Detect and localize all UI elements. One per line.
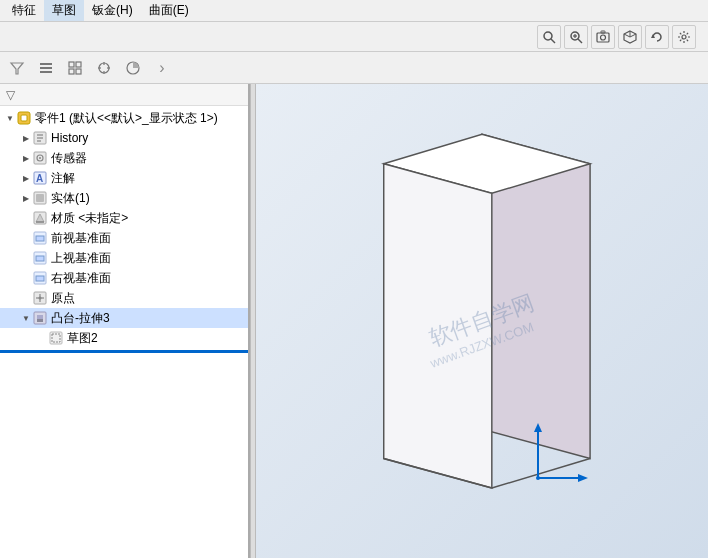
zoom-icon	[569, 30, 583, 44]
settings-toolbar-btn[interactable]	[672, 25, 696, 49]
front-plane-label: 前视基准面	[51, 230, 111, 247]
settings-icon	[677, 30, 691, 44]
list-icon	[38, 60, 54, 76]
svg-text:A: A	[36, 173, 43, 184]
tree-front-plane[interactable]: 前视基准面	[0, 228, 248, 248]
svg-point-7	[601, 35, 606, 40]
extrude-label: 凸台-拉伸3	[51, 310, 110, 327]
camera-icon	[596, 30, 610, 44]
solid-icon	[32, 190, 48, 206]
tree-top-plane[interactable]: 上视基准面	[0, 248, 248, 268]
right-plane-label: 右视基准面	[51, 270, 111, 287]
root-arrow	[4, 112, 16, 124]
filter-row: ▽	[0, 84, 248, 106]
tree-origin[interactable]: 原点	[0, 288, 248, 308]
list-btn[interactable]	[33, 55, 59, 81]
svg-point-68	[536, 476, 540, 480]
left-panel: ▽ 零件1 (默认<<默认>_显示状态 1>)	[0, 84, 250, 558]
svg-rect-17	[40, 67, 52, 69]
more-btn[interactable]: ›	[149, 55, 175, 81]
svg-marker-15	[11, 63, 23, 74]
svg-point-14	[682, 35, 686, 39]
tree-right-plane[interactable]: 右视基准面	[0, 268, 248, 288]
svg-marker-67	[578, 474, 588, 482]
sensor-icon	[32, 150, 48, 166]
svg-point-53	[39, 297, 42, 300]
svg-rect-22	[76, 69, 81, 74]
crosshair-btn[interactable]	[91, 55, 117, 81]
filter-btn[interactable]	[4, 55, 30, 81]
svg-rect-55	[37, 315, 43, 319]
svg-rect-6	[597, 33, 609, 42]
tree-extrude[interactable]: 凸台-拉伸3	[0, 308, 248, 328]
menu-sheetmetal[interactable]: 钣金(H)	[84, 0, 141, 21]
search-toolbar-btn[interactable]	[537, 25, 561, 49]
filter-icon	[9, 60, 25, 76]
toolbar-row2: ›	[0, 52, 708, 84]
material-label: 材质 <未指定>	[51, 210, 128, 227]
tree-solid[interactable]: 实体(1)	[0, 188, 248, 208]
solid-arrow	[20, 192, 32, 204]
3d-model-svg	[256, 84, 708, 558]
origin-label: 原点	[51, 290, 75, 307]
svg-point-37	[39, 157, 41, 159]
menu-sketch[interactable]: 草图	[44, 0, 84, 21]
svg-rect-47	[36, 256, 44, 261]
svg-rect-8	[601, 31, 605, 33]
front-plane-icon	[32, 230, 48, 246]
selection-indicator	[0, 350, 248, 353]
svg-rect-56	[37, 319, 43, 322]
toolbar-right	[537, 25, 704, 49]
cube-toolbar-btn[interactable]	[618, 25, 642, 49]
rotate-toolbar-btn[interactable]	[645, 25, 669, 49]
svg-rect-21	[69, 69, 74, 74]
svg-rect-20	[76, 62, 81, 67]
annotation-label: 注解	[51, 170, 75, 187]
svg-point-0	[544, 32, 552, 40]
axes-svg	[508, 418, 588, 498]
history-arrow	[20, 132, 32, 144]
viewport[interactable]: 软件自学网 www.RJZXW.COM	[256, 84, 708, 558]
cube-icon	[623, 30, 637, 44]
extrude-arrow	[20, 312, 32, 324]
svg-line-1	[551, 39, 555, 43]
tree-annotation[interactable]: A 注解	[0, 168, 248, 188]
material-icon	[32, 210, 48, 226]
svg-line-11	[624, 34, 630, 37]
solid-label: 实体(1)	[51, 190, 90, 207]
pie-btn[interactable]	[120, 55, 146, 81]
svg-rect-49	[36, 276, 44, 281]
sensor-label: 传感器	[51, 150, 87, 167]
search-icon	[542, 30, 556, 44]
svg-marker-61	[384, 164, 492, 488]
tree: 零件1 (默认<<默认>_显示状态 1>) History	[0, 106, 248, 350]
menu-surface[interactable]: 曲面(E)	[141, 0, 197, 21]
component-icon	[16, 110, 32, 126]
menu-features[interactable]: 特征	[4, 0, 44, 21]
grid-icon	[67, 60, 83, 76]
svg-rect-45	[36, 236, 44, 241]
history-label: History	[51, 131, 88, 145]
annotation-icon: A	[32, 170, 48, 186]
tree-sketch2[interactable]: 草图2	[0, 328, 248, 348]
top-plane-icon	[32, 250, 48, 266]
tree-root[interactable]: 零件1 (默认<<默认>_显示状态 1>)	[0, 108, 248, 128]
tree-history[interactable]: History	[0, 128, 248, 148]
svg-line-12	[630, 34, 636, 37]
svg-rect-19	[69, 62, 74, 67]
sketch2-label: 草图2	[67, 330, 98, 347]
camera-toolbar-btn[interactable]	[591, 25, 615, 49]
tree-sensor[interactable]: 传感器	[0, 148, 248, 168]
annotation-arrow	[20, 172, 32, 184]
sensor-arrow	[20, 152, 32, 164]
rotate-icon	[650, 30, 664, 44]
tree-material[interactable]: 材质 <未指定>	[0, 208, 248, 228]
svg-rect-18	[40, 71, 52, 73]
svg-rect-30	[21, 115, 27, 121]
origin-icon	[32, 290, 48, 306]
crosshair-icon	[96, 60, 112, 76]
grid-btn[interactable]	[62, 55, 88, 81]
root-label: 零件1 (默认<<默认>_显示状态 1>)	[35, 110, 218, 127]
history-icon	[32, 130, 48, 146]
zoom-toolbar-btn[interactable]	[564, 25, 588, 49]
